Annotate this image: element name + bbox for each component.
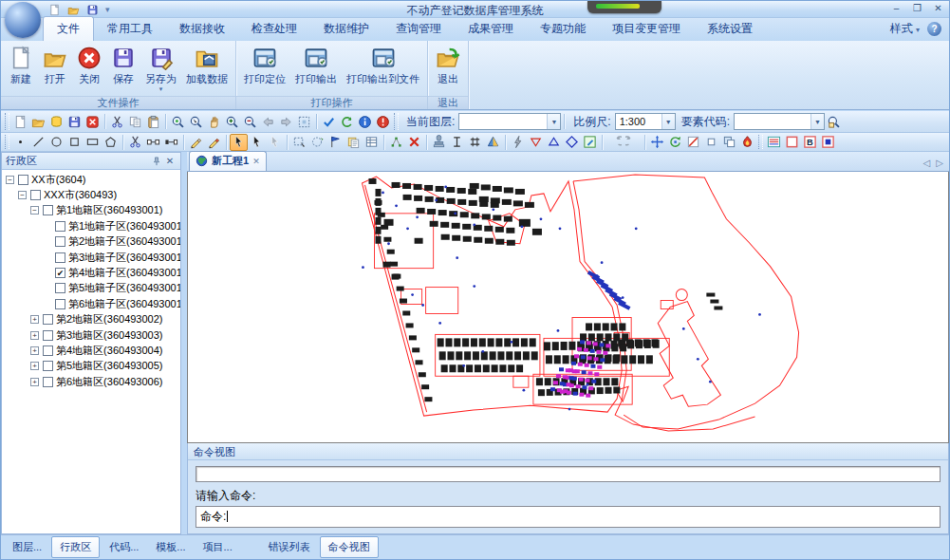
tab-close-icon[interactable]: ✕ bbox=[252, 157, 260, 166]
tree-expander-icon[interactable]: + bbox=[30, 331, 39, 340]
select-rect-button[interactable] bbox=[290, 134, 308, 151]
draw-circle-button[interactable] bbox=[47, 134, 65, 151]
tree-node[interactable]: −第1地籍区(360493001) bbox=[2, 203, 180, 218]
style-button[interactable]: 样式 ▾ bbox=[890, 21, 920, 37]
pin-icon[interactable] bbox=[150, 155, 163, 167]
cut-button[interactable] bbox=[108, 113, 126, 130]
current-layer-combo[interactable]: ▼ bbox=[458, 113, 561, 130]
tree-checkbox[interactable] bbox=[43, 361, 53, 371]
ribbon-tab-系统设置[interactable]: 系统设置 bbox=[694, 17, 766, 41]
tab-scroll-left-icon[interactable]: ◁ bbox=[923, 158, 931, 168]
flame-button[interactable] bbox=[738, 134, 756, 151]
rotate-node-button[interactable] bbox=[666, 134, 684, 151]
annotate-button[interactable] bbox=[430, 134, 448, 151]
tree-checkbox[interactable] bbox=[43, 330, 53, 341]
scale-combo[interactable]: 1:300▼ bbox=[615, 113, 676, 130]
ribbon-tab-成果管理[interactable]: 成果管理 bbox=[455, 17, 527, 41]
tree-node[interactable]: +第4地籍区(360493004) bbox=[2, 343, 180, 358]
toolbar-grip[interactable] bbox=[394, 113, 399, 130]
quick-access-dropdown-icon[interactable]: ▾ bbox=[105, 5, 110, 14]
pointer-zoom-button[interactable] bbox=[187, 113, 205, 130]
tree-expander-icon[interactable]: − bbox=[30, 206, 39, 215]
database-button[interactable] bbox=[47, 113, 65, 130]
slash-red-button[interactable] bbox=[684, 134, 702, 151]
pan-hand-button[interactable] bbox=[205, 113, 223, 130]
tree-node[interactable]: +第2地籍区(360493002) bbox=[2, 312, 180, 327]
tree-checkbox[interactable] bbox=[43, 205, 53, 215]
tree-checkbox[interactable] bbox=[55, 221, 65, 232]
sketch-pencil-button[interactable] bbox=[187, 134, 205, 151]
diamond-blue-button[interactable] bbox=[563, 134, 581, 151]
bottom-tab-模板[interactable]: 模板... bbox=[148, 537, 193, 557]
restore-button[interactable]: ❐ bbox=[910, 2, 924, 15]
full-extent-button[interactable] bbox=[295, 113, 313, 130]
new-button[interactable] bbox=[11, 113, 29, 130]
ribbon-tab-文件[interactable]: 文件 bbox=[43, 16, 94, 41]
bottom-tab-错误列表[interactable]: 错误列表 bbox=[261, 537, 318, 557]
save-button[interactable] bbox=[65, 113, 84, 130]
vertex-edit-button[interactable] bbox=[387, 134, 405, 151]
edit-cell-button[interactable] bbox=[581, 134, 599, 151]
tree-node[interactable]: 第2地籍子区(360493001002) bbox=[2, 234, 180, 250]
bottom-tab-图层[interactable]: 图层... bbox=[5, 537, 49, 557]
另存为-button[interactable]: 另存为▾ bbox=[141, 44, 180, 93]
tree-checkbox[interactable] bbox=[55, 299, 65, 309]
ribbon-tab-项目变更管理[interactable]: 项目变更管理 bbox=[599, 17, 694, 41]
tree-node[interactable]: 第5地籍子区(360493001005) bbox=[2, 281, 180, 296]
zoom-in-button[interactable] bbox=[223, 113, 241, 130]
new-quick-button[interactable] bbox=[47, 3, 62, 17]
tree-expander-icon[interactable]: + bbox=[30, 362, 39, 370]
cursor-gray-button[interactable] bbox=[266, 134, 284, 151]
style-fill-button[interactable] bbox=[819, 134, 837, 151]
toolbar-grip[interactable] bbox=[5, 135, 9, 149]
tree-node[interactable]: −XX市(3604) bbox=[2, 172, 180, 187]
tri-down-red-button[interactable] bbox=[527, 134, 545, 151]
tree-node[interactable]: 第3地籍子区(360493001003) bbox=[2, 250, 180, 265]
退出-button[interactable]: 退出 bbox=[432, 44, 464, 88]
tree-node[interactable]: +第6地籍区(360493006) bbox=[2, 374, 180, 389]
close-doc-button[interactable] bbox=[84, 113, 102, 130]
tree-node[interactable]: 第6地籍子区(360493001006) bbox=[2, 296, 180, 311]
document-tab[interactable]: 新工程1✕ bbox=[189, 151, 267, 171]
feature-code-combo[interactable]: ▼ bbox=[734, 113, 825, 130]
zoom-select-button[interactable] bbox=[169, 113, 187, 130]
tree-node[interactable]: 第1地籍子区(360493001001) bbox=[2, 218, 180, 233]
打印输出-button[interactable]: 打印输出 bbox=[291, 44, 341, 88]
ibeam-button[interactable] bbox=[448, 134, 466, 151]
help-icon[interactable]: ? bbox=[927, 22, 941, 36]
feature-locate-button[interactable] bbox=[825, 113, 843, 130]
minimize-button[interactable]: ‒ bbox=[889, 2, 903, 15]
fence-button[interactable] bbox=[466, 134, 484, 151]
draw-point-button[interactable] bbox=[11, 134, 29, 151]
打开-button[interactable]: 打开 bbox=[39, 44, 71, 88]
draw-rect-button[interactable] bbox=[84, 134, 102, 151]
flag-blue-button[interactable] bbox=[326, 134, 345, 151]
undo-button[interactable] bbox=[605, 134, 624, 151]
打印输出到文件-button[interactable]: 打印输出到文件 bbox=[343, 44, 423, 88]
tree-checkbox[interactable] bbox=[55, 283, 65, 293]
新建-button[interactable]: 新建 bbox=[5, 44, 37, 88]
warning-button[interactable] bbox=[374, 113, 392, 130]
split-line-button[interactable] bbox=[126, 134, 144, 151]
tree-checkbox[interactable] bbox=[18, 175, 28, 185]
attr-table-button[interactable] bbox=[363, 134, 381, 151]
move-cross-button[interactable] bbox=[648, 134, 666, 151]
ribbon-tab-数据接收[interactable]: 数据接收 bbox=[166, 17, 238, 41]
command-output[interactable] bbox=[196, 466, 941, 482]
ribbon-tab-常用工具[interactable]: 常用工具 bbox=[94, 17, 166, 41]
copy-button[interactable] bbox=[126, 113, 144, 130]
tree-node[interactable]: +第3地籍区(360493003) bbox=[2, 327, 180, 343]
draw-polygon-button[interactable] bbox=[102, 134, 120, 151]
ribbon-tab-检查处理[interactable]: 检查处理 bbox=[238, 17, 310, 41]
cursor-select-button[interactable] bbox=[230, 134, 248, 151]
open-quick-button[interactable] bbox=[65, 3, 81, 17]
tri-up-blue-button[interactable] bbox=[545, 134, 563, 151]
draw-square-button[interactable] bbox=[65, 134, 84, 151]
close-icon[interactable]: ✕ bbox=[163, 155, 177, 167]
rect-small-button[interactable] bbox=[702, 134, 720, 151]
refresh-button[interactable] bbox=[338, 113, 356, 130]
style-lines-button[interactable] bbox=[765, 134, 783, 151]
tree-checkbox[interactable] bbox=[43, 314, 53, 325]
tree-expander-icon[interactable]: + bbox=[30, 315, 39, 324]
sketch-pencil-red-button[interactable] bbox=[205, 134, 223, 151]
